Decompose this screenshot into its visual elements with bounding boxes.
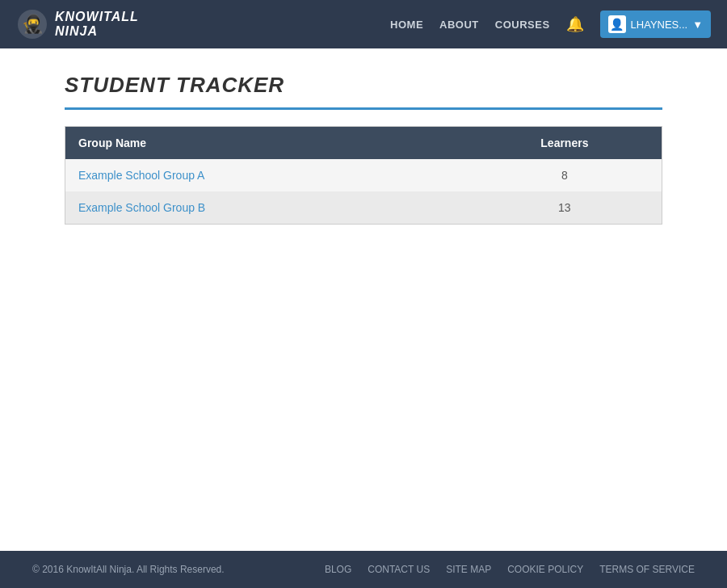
- page-title: STUDENT TRACKER: [65, 73, 662, 98]
- learners-cell: 13: [468, 191, 662, 225]
- learners-cell: 8: [468, 159, 662, 191]
- footer: © 2016 KnowItAll Ninja. All Rights Reser…: [0, 551, 727, 588]
- footer-link-contact[interactable]: CONTACT US: [368, 564, 430, 575]
- user-label: LHAYNES...: [631, 19, 688, 31]
- nav-bar: HOME ABOUT COURSES 🔔 👤 LHAYNES... ▼: [390, 10, 711, 38]
- chevron-down-icon: ▼: [692, 19, 703, 31]
- svg-text:🥷: 🥷: [22, 13, 44, 35]
- user-menu-button[interactable]: 👤 LHAYNES... ▼: [600, 10, 711, 38]
- student-tracker-table: Group Name Learners Example School Group…: [65, 126, 662, 225]
- table-row: Example School Group B13: [65, 191, 662, 225]
- logo-area: 🥷 KNOWITALL NINJA: [16, 8, 139, 40]
- nav-home[interactable]: HOME: [390, 19, 423, 31]
- title-underline: [65, 107, 662, 110]
- footer-link-blog[interactable]: BLOG: [325, 564, 351, 575]
- footer-link-terms[interactable]: TERMS OF SERVICE: [599, 564, 695, 575]
- table-header-row: Group Name Learners: [65, 127, 662, 160]
- footer-link-cookie[interactable]: COOKIE POLICY: [507, 564, 583, 575]
- nav-courses[interactable]: COURSES: [495, 19, 550, 31]
- footer-link-sitemap[interactable]: SITE MAP: [446, 564, 491, 575]
- group-name-cell: Example School Group B: [65, 191, 468, 225]
- group-name-link[interactable]: Example School Group A: [78, 169, 204, 182]
- avatar: 👤: [608, 15, 626, 33]
- nav-about[interactable]: ABOUT: [439, 19, 479, 31]
- table-body: Example School Group A8Example School Gr…: [65, 159, 662, 225]
- main-content: STUDENT TRACKER Group Name Learners Exam…: [0, 48, 727, 551]
- col-header-group-name: Group Name: [65, 127, 468, 160]
- group-name-link[interactable]: Example School Group B: [78, 201, 205, 214]
- copyright-text: © 2016 KnowItAll Ninja. All Rights Reser…: [32, 564, 225, 575]
- table-row: Example School Group A8: [65, 159, 662, 191]
- ninja-logo-icon: 🥷: [16, 8, 48, 40]
- header: 🥷 KNOWITALL NINJA HOME ABOUT COURSES 🔔 👤…: [0, 0, 727, 48]
- avatar-icon: 👤: [610, 18, 624, 31]
- group-name-cell: Example School Group A: [65, 159, 468, 191]
- logo-text: KNOWITALL NINJA: [55, 10, 139, 38]
- col-header-learners: Learners: [468, 127, 662, 160]
- notification-bell-icon[interactable]: 🔔: [566, 15, 584, 33]
- footer-links: BLOG CONTACT US SITE MAP COOKIE POLICY T…: [325, 564, 695, 575]
